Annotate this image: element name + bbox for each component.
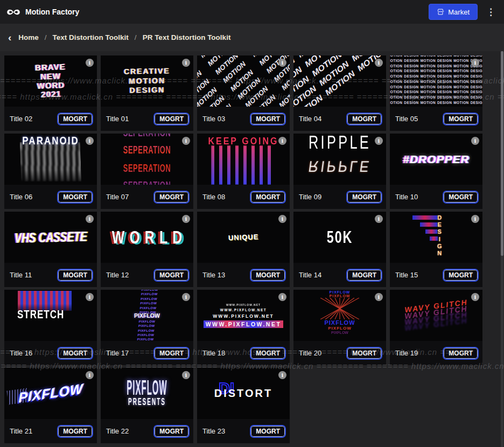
info-icon[interactable]: i <box>182 137 190 145</box>
template-card[interactable]: WWW.PIXFLOW.NET WWW.PIXFLOW.NET WWW.PIXF… <box>197 290 290 365</box>
back-chevron-icon[interactable]: ‹ <box>8 32 11 43</box>
info-icon[interactable]: i <box>471 293 479 301</box>
template-card[interactable]: SEPERATION SEPERATION SEPERATION SEPERAT… <box>101 134 193 209</box>
template-card[interactable]: #DROPPER i Title 10 MOGRT <box>390 134 482 209</box>
info-icon[interactable]: i <box>278 215 286 223</box>
template-thumbnail[interactable]: D E S I G N i <box>390 212 482 263</box>
template-card[interactable]: MOTION DESIGN MOTION DESIGN MOTION DESIG… <box>390 55 482 131</box>
template-thumbnail[interactable]: PIXFLOW PIXFLOW PIXFLOW PIXFLOW PIXFLOW … <box>293 290 386 341</box>
template-card[interactable]: STRETCH i Title 16 MOGRT <box>4 290 97 365</box>
info-icon[interactable]: i <box>182 215 190 223</box>
breadcrumb-toolkit[interactable]: Text Distortion Toolkit <box>53 33 129 41</box>
mogrt-button[interactable]: MOGRT <box>346 347 382 360</box>
template-card[interactable]: 50K i Title 14 MOGRT <box>293 212 386 287</box>
mogrt-button[interactable]: MOGRT <box>250 269 286 282</box>
mogrt-button[interactable]: MOGRT <box>443 269 479 282</box>
template-card[interactable]: PIXFLOW PIXFLOW PIXFLOW PIXFLOW PIXFLOW … <box>293 290 386 365</box>
template-thumbnail[interactable]: UNIQUE i <box>197 212 290 263</box>
mogrt-button[interactable]: MOGRT <box>250 113 286 125</box>
mogrt-button[interactable]: MOGRT <box>250 425 286 438</box>
template-thumbnail[interactable]: CREATIVE MOTION DESIGN i <box>101 55 193 107</box>
mogrt-button[interactable]: MOGRT <box>57 425 93 438</box>
card-footer: Title 21 MOGRT <box>4 419 97 443</box>
market-button[interactable]: Market <box>429 4 478 20</box>
template-card[interactable]: D E S I G N i Title 15 MOGRT <box>390 212 482 287</box>
mogrt-button[interactable]: MOGRT <box>57 113 93 125</box>
thumb-art-pixflow-net: WWW.PIXFLOW.NET WWW.PIXFLOW.NET WWW.PIXF… <box>197 290 290 341</box>
template-card[interactable]: PARANOID i Title 06 MOGRT <box>4 134 97 209</box>
template-card[interactable]: WAVY GLITCH WAVY GLITCH WAVY GLITCH WAVY… <box>390 290 482 365</box>
template-thumbnail[interactable]: BRAVE NEW WORD 2021 i <box>4 55 97 107</box>
mogrt-button[interactable]: MOGRT <box>153 347 190 360</box>
info-icon[interactable]: i <box>182 371 190 379</box>
template-card[interactable]: WORLD i Title 12 MOGRT <box>101 212 193 287</box>
info-icon[interactable]: i <box>375 137 383 145</box>
mogrt-button[interactable]: MOGRT <box>250 347 286 360</box>
template-thumbnail[interactable]: DI DISTORT i <box>197 368 290 419</box>
info-icon[interactable]: i <box>278 59 286 67</box>
template-card[interactable]: CREATIVE MOTION DESIGN i Title 01 MOGRT <box>101 55 193 131</box>
template-thumbnail[interactable]: PIXFLOW PRESENTS i <box>101 368 193 419</box>
breadcrumb-home[interactable]: Home <box>18 33 39 41</box>
template-card[interactable]: VHS CASSETE i Title 11 MOGRT <box>4 212 97 287</box>
mogrt-button[interactable]: MOGRT <box>346 269 382 282</box>
template-card[interactable]: RIPPLE RIPPLE i Title 09 MOGRT <box>293 134 386 209</box>
mogrt-button[interactable]: MOGRT <box>443 347 479 360</box>
template-thumbnail[interactable]: PIXFLOW i <box>4 368 97 419</box>
template-card[interactable]: MOTION MOTION MOTION MOTION MOTION MOTIO… <box>197 55 290 131</box>
info-icon[interactable]: i <box>471 137 479 145</box>
template-card[interactable]: MOTION MOTION MOTION MOTION MOTION MOTIO… <box>293 55 386 131</box>
template-card[interactable]: PIXFLOW PIXFLOW PIXFLOW PIXFLOW PIXFLOW … <box>101 290 193 365</box>
info-icon[interactable]: i <box>278 137 286 145</box>
mogrt-button[interactable]: MOGRT <box>153 191 190 204</box>
template-thumbnail[interactable]: VHS CASSETE i <box>4 212 97 263</box>
template-thumbnail[interactable]: SEPERATION SEPERATION SEPERATION SEPERAT… <box>101 134 193 185</box>
template-thumbnail[interactable]: MOTION MOTION MOTION MOTION MOTION MOTIO… <box>293 55 386 107</box>
info-icon[interactable]: i <box>86 371 94 379</box>
info-icon[interactable]: i <box>182 293 190 301</box>
template-card[interactable]: KEEP GOING i Title 08 MOGRT <box>197 134 290 209</box>
mogrt-button[interactable]: MOGRT <box>346 191 382 204</box>
template-thumbnail[interactable]: RIPPLE RIPPLE i <box>293 134 386 185</box>
template-card[interactable]: BRAVE NEW WORD 2021 i Title 02 MOGRT <box>4 55 97 131</box>
info-icon[interactable]: i <box>278 293 286 301</box>
info-icon[interactable]: i <box>182 59 190 67</box>
template-thumbnail[interactable]: MOTION MOTION MOTION MOTION MOTION MOTIO… <box>197 55 290 107</box>
info-icon[interactable]: i <box>86 137 94 145</box>
template-thumbnail[interactable]: WWW.PIXFLOW.NET WWW.PIXFLOW.NET WWW.PIXF… <box>197 290 290 341</box>
mogrt-button[interactable]: MOGRT <box>250 191 286 204</box>
template-thumbnail[interactable]: MOTION DESIGN MOTION DESIGN MOTION DESIG… <box>390 55 482 107</box>
info-icon[interactable]: i <box>471 59 479 67</box>
mogrt-button[interactable]: MOGRT <box>153 113 190 125</box>
info-icon[interactable]: i <box>278 371 286 379</box>
mogrt-button[interactable]: MOGRT <box>153 425 190 438</box>
info-icon[interactable]: i <box>86 293 94 301</box>
template-thumbnail[interactable]: STRETCH i <box>4 290 97 341</box>
template-card[interactable]: PIXFLOW PRESENTS i Title 22 MOGRT <box>101 368 193 443</box>
info-icon[interactable]: i <box>375 293 383 301</box>
template-thumbnail[interactable]: 50K i <box>293 212 386 263</box>
mogrt-button[interactable]: MOGRT <box>443 191 479 204</box>
mogrt-button[interactable]: MOGRT <box>443 113 479 125</box>
template-card[interactable]: UNIQUE i Title 13 MOGRT <box>197 212 290 287</box>
template-thumbnail[interactable]: WORLD i <box>101 212 193 263</box>
mogrt-button[interactable]: MOGRT <box>57 347 93 360</box>
mogrt-button[interactable]: MOGRT <box>346 113 382 125</box>
template-thumbnail[interactable]: PARANOID i <box>4 134 97 185</box>
template-card[interactable]: DI DISTORT i Title 23 MOGRT <box>197 368 290 443</box>
info-icon[interactable]: i <box>375 59 383 67</box>
template-thumbnail[interactable]: KEEP GOING i <box>197 134 290 185</box>
mogrt-button[interactable]: MOGRT <box>57 269 93 282</box>
template-thumbnail[interactable]: PIXFLOW PIXFLOW PIXFLOW PIXFLOW PIXFLOW … <box>101 290 193 341</box>
template-thumbnail[interactable]: #DROPPER i <box>390 134 482 185</box>
template-card[interactable]: PIXFLOW i Title 21 MOGRT <box>4 368 97 443</box>
kebab-menu-icon[interactable]: ⋮ <box>484 6 498 18</box>
info-icon[interactable]: i <box>471 215 479 223</box>
scrollbar-thumb[interactable] <box>501 51 503 256</box>
info-icon[interactable]: i <box>86 59 94 67</box>
mogrt-button[interactable]: MOGRT <box>153 269 190 282</box>
info-icon[interactable]: i <box>375 215 383 223</box>
mogrt-button[interactable]: MOGRT <box>57 191 93 204</box>
info-icon[interactable]: i <box>86 215 94 223</box>
template-thumbnail[interactable]: WAVY GLITCH WAVY GLITCH WAVY GLITCH WAVY… <box>390 290 482 341</box>
